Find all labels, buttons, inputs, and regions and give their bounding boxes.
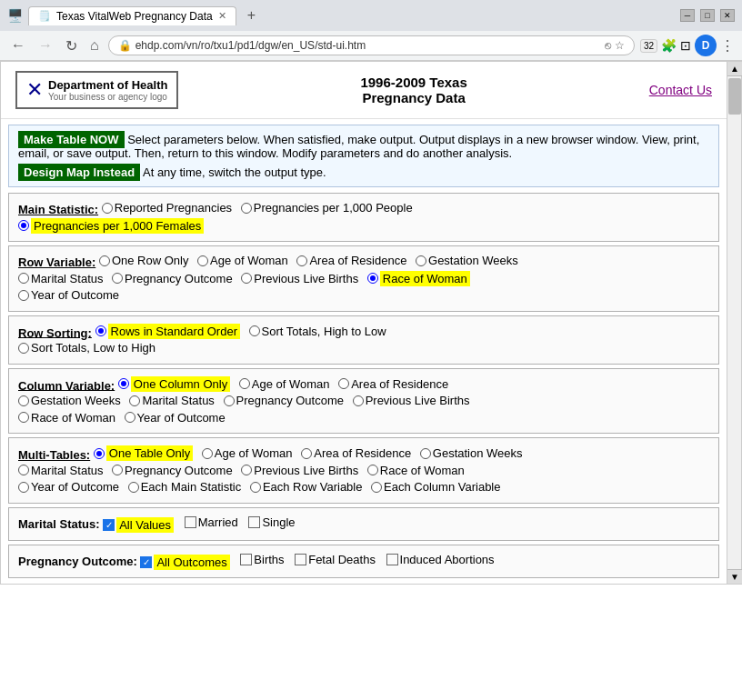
menu-icon[interactable]: ⋮: [720, 37, 735, 55]
po-fetal-checkbox[interactable]: Fetal Deaths: [295, 553, 376, 566]
mt-marital-radio[interactable]: Marital Status: [18, 464, 103, 477]
po-all-checkbox[interactable]: ✓ All Outcomes: [140, 555, 229, 570]
address-bar[interactable]: 🔒 ehdp.com/vn/ro/txu1/pd1/dgw/en_US/std-…: [108, 35, 635, 55]
home-button[interactable]: ⌂: [86, 35, 103, 55]
column-variable-row2: Gestation Weeks Marital Status Pregnancy…: [18, 394, 709, 409]
window-maximize-button[interactable]: □: [700, 9, 715, 22]
multi-tables-row3: Year of Outcome Each Main Statistic Each…: [18, 480, 709, 495]
rv-race-radio[interactable]: Race of Woman: [367, 271, 470, 286]
logo-icon: ✕: [26, 78, 43, 102]
tab-close-icon[interactable]: ✕: [218, 10, 226, 22]
scroll-up-button[interactable]: ▲: [727, 62, 742, 76]
rv-gest-radio[interactable]: Gestation Weeks: [416, 254, 518, 267]
column-variable-row1: Column Variable: One Column Only Age of …: [18, 376, 709, 393]
row-variable-row3: Year of Outcome: [18, 288, 709, 304]
extensions-icon[interactable]: 🧩: [661, 38, 677, 53]
refresh-button[interactable]: ↻: [62, 35, 81, 56]
mt-gest-radio[interactable]: Gestation Weeks: [420, 446, 523, 460]
tab[interactable]: 🗒️ Texas VitalWeb Pregnancy Data ✕: [28, 6, 236, 25]
marital-status-label: Marital Status:: [18, 517, 100, 531]
back-button[interactable]: ←: [7, 35, 29, 55]
ms-pp1000f-radio[interactable]: Pregnancies per 1,000 Females: [18, 218, 204, 234]
rv-area-radio[interactable]: Area of Residence: [296, 254, 406, 267]
logo-subtitle: Your business or agency logo: [48, 92, 167, 102]
mt-race-radio[interactable]: Race of Woman: [367, 464, 465, 477]
multi-tables-row1: Multi-Tables: One Table Only Age of Woma…: [18, 445, 709, 462]
column-variable-row3: Race of Woman Year of Outcome: [18, 411, 709, 426]
nav-actions: 32 🧩 ⊡ D ⋮: [640, 35, 735, 56]
browser-window: 🖥️ 🗒️ Texas VitalWeb Pregnancy Data ✕ + …: [0, 0, 742, 585]
mt-one-radio[interactable]: One Table Only: [94, 445, 193, 461]
logo-box: ✕ Department of Health Your business or …: [15, 71, 178, 109]
mt-each-cv-radio[interactable]: Each Column Variable: [371, 480, 500, 494]
marital-status-row: Marital Status: ✓ All Values Married Sin…: [18, 515, 709, 533]
rv-age-radio[interactable]: Age of Woman: [197, 254, 288, 267]
mt-each-ms-radio[interactable]: Each Main Statistic: [128, 480, 242, 494]
rv-prev-radio[interactable]: Previous Live Births: [241, 272, 358, 285]
page-content: ▲ ▼ ✕ Department of Health Your business…: [0, 61, 742, 585]
pregnancy-outcome-row: Pregnancy Outcome: ✓ All Outcomes Births…: [18, 553, 709, 570]
mt-area-radio[interactable]: Area of Residence: [301, 446, 411, 460]
mt-preg-radio[interactable]: Pregnancy Outcome: [112, 464, 233, 477]
forward-button[interactable]: →: [35, 35, 56, 55]
sidebar-icon[interactable]: ⊡: [680, 38, 691, 53]
share-icon[interactable]: ⎋: [605, 39, 611, 52]
multi-tables-section: Multi-Tables: One Table Only Age of Woma…: [8, 437, 719, 504]
rs-low-radio[interactable]: Sort Totals, Low to High: [18, 341, 155, 355]
extensions-badge[interactable]: 32: [640, 39, 657, 53]
cv-race-radio[interactable]: Race of Woman: [18, 411, 115, 425]
po-births-checkbox[interactable]: Births: [240, 553, 284, 566]
pregnancy-outcome-section: Pregnancy Outcome: ✓ All Outcomes Births…: [8, 545, 719, 578]
contact-us-link[interactable]: Contact Us: [649, 83, 712, 97]
lock-icon: 🔒: [118, 39, 132, 52]
cv-preg-radio[interactable]: Pregnancy Outcome: [224, 394, 345, 407]
tab-favicon: 🗒️: [38, 10, 51, 22]
instructions-section: Make Table NOW Select parameters below. …: [8, 125, 719, 187]
title-bar: 🖥️ 🗒️ Texas VitalWeb Pregnancy Data ✕ + …: [0, 0, 742, 31]
mt-year-radio[interactable]: Year of Outcome: [18, 480, 119, 494]
header: ✕ Department of Health Your business or …: [1, 62, 727, 119]
rv-marital-radio[interactable]: Marital Status: [18, 272, 103, 285]
po-induced-checkbox[interactable]: Induced Abortions: [386, 553, 495, 566]
profile-button[interactable]: D: [695, 35, 717, 56]
scroll-thumb[interactable]: [728, 78, 741, 115]
main-statistic-label: Main Statistic:: [18, 203, 98, 216]
url-text: ehdp.com/vn/ro/txu1/pd1/dgw/en_US/std-ui…: [135, 39, 366, 52]
cv-age-radio[interactable]: Age of Woman: [239, 377, 330, 391]
mar-all-checkbox[interactable]: ✓ All Values: [103, 517, 174, 533]
bookmark-icon[interactable]: ☆: [615, 39, 625, 52]
rv-one-radio[interactable]: One Row Only: [99, 254, 189, 267]
mt-age-radio[interactable]: Age of Woman: [202, 446, 293, 460]
row-variable-label: Row Variable:: [18, 255, 95, 269]
row-sorting-row1: Row Sorting: Rows in Standard Order Sort…: [18, 324, 709, 340]
column-variable-label: Column Variable:: [18, 378, 115, 392]
rv-preg-radio[interactable]: Pregnancy Outcome: [112, 272, 233, 285]
mar-single-checkbox[interactable]: Single: [248, 515, 295, 529]
cv-year-radio[interactable]: Year of Outcome: [125, 411, 226, 425]
pregnancy-outcome-label: Pregnancy Outcome:: [18, 555, 137, 568]
multi-tables-label: Multi-Tables:: [18, 448, 90, 462]
window-minimize-button[interactable]: ─: [680, 9, 695, 22]
cv-gest-radio[interactable]: Gestation Weeks: [18, 394, 121, 407]
cv-area-radio[interactable]: Area of Residence: [338, 377, 448, 391]
ms-pp1000-radio[interactable]: Pregnancies per 1,000 People: [241, 201, 413, 215]
scroll-down-button[interactable]: ▼: [727, 569, 742, 584]
new-tab-button[interactable]: +: [242, 5, 261, 25]
window-close-button[interactable]: ✕: [720, 9, 735, 22]
scrollbar[interactable]: ▲ ▼: [727, 62, 741, 584]
mar-married-checkbox[interactable]: Married: [185, 515, 238, 529]
rs-std-radio[interactable]: Rows in Standard Order: [95, 324, 240, 339]
mt-prev-radio[interactable]: Previous Live Births: [241, 464, 358, 477]
mt-each-rv-radio[interactable]: Each Row Variable: [250, 480, 363, 494]
design-map-button[interactable]: Design Map Instead: [18, 164, 140, 181]
cv-prev-radio[interactable]: Previous Live Births: [353, 394, 470, 407]
row-variable-row1: Row Variable: One Row Only Age of Woman …: [18, 254, 709, 269]
cv-one-radio[interactable]: One Column Only: [118, 376, 230, 392]
marital-status-section: Marital Status: ✓ All Values Married Sin…: [8, 507, 719, 541]
main-statistic-row1: Main Statistic: Reported Pregnancies Pre…: [18, 201, 709, 216]
rv-year-radio[interactable]: Year of Outcome: [18, 288, 119, 302]
rs-high-radio[interactable]: Sort Totals, High to Low: [249, 325, 386, 338]
cv-marital-radio[interactable]: Marital Status: [129, 394, 214, 407]
ms-rp-radio[interactable]: Reported Pregnancies: [102, 201, 232, 215]
make-table-row: Make Table NOW Select parameters below. …: [18, 133, 709, 160]
